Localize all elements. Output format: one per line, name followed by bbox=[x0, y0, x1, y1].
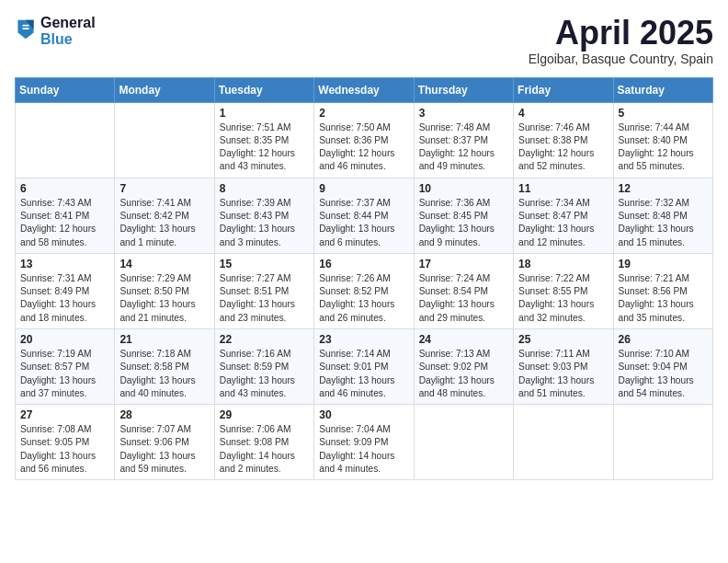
day-info: Sunrise: 7:41 AMSunset: 8:42 PMDaylight:… bbox=[119, 197, 209, 249]
day-info: Sunrise: 7:07 AMSunset: 9:06 PMDaylight:… bbox=[119, 423, 209, 476]
day-number: 8 bbox=[220, 182, 309, 195]
day-cell: 13Sunrise: 7:31 AMSunset: 8:49 PMDayligh… bbox=[16, 253, 115, 328]
day-info: Sunrise: 7:27 AMSunset: 8:51 PMDaylight:… bbox=[220, 272, 309, 325]
weekday-header-friday: Friday bbox=[514, 77, 613, 102]
weekday-header-wednesday: Wednesday bbox=[314, 77, 414, 102]
day-number: 17 bbox=[419, 258, 508, 270]
day-number: 19 bbox=[619, 258, 708, 270]
day-number: 18 bbox=[518, 258, 608, 270]
day-info: Sunrise: 7:18 AMSunset: 8:58 PMDaylight:… bbox=[119, 348, 209, 400]
day-number: 16 bbox=[319, 258, 408, 270]
day-number: 15 bbox=[220, 258, 309, 270]
day-cell bbox=[115, 102, 214, 178]
weekday-header-tuesday: Tuesday bbox=[214, 77, 313, 102]
week-row-3: 13Sunrise: 7:31 AMSunset: 8:49 PMDayligh… bbox=[16, 253, 713, 328]
day-cell: 19Sunrise: 7:21 AMSunset: 8:56 PMDayligh… bbox=[613, 253, 712, 328]
day-number: 7 bbox=[119, 182, 209, 195]
day-number: 10 bbox=[419, 182, 508, 195]
day-cell: 30Sunrise: 7:04 AMSunset: 9:09 PMDayligh… bbox=[314, 405, 414, 480]
day-cell: 21Sunrise: 7:18 AMSunset: 8:58 PMDayligh… bbox=[115, 328, 214, 404]
day-info: Sunrise: 7:46 AMSunset: 8:38 PMDaylight:… bbox=[518, 121, 608, 174]
day-info: Sunrise: 7:31 AMSunset: 8:49 PMDaylight:… bbox=[20, 272, 109, 325]
day-number: 2 bbox=[319, 107, 408, 120]
week-row-1: 1Sunrise: 7:51 AMSunset: 8:35 PMDaylight… bbox=[16, 102, 713, 178]
day-cell: 24Sunrise: 7:13 AMSunset: 9:02 PMDayligh… bbox=[414, 328, 513, 404]
day-number: 25 bbox=[518, 333, 608, 346]
day-info: Sunrise: 7:08 AMSunset: 9:05 PMDaylight:… bbox=[20, 423, 109, 476]
day-number: 24 bbox=[419, 333, 508, 346]
day-cell: 16Sunrise: 7:26 AMSunset: 8:52 PMDayligh… bbox=[314, 253, 414, 328]
weekday-header-sunday: Sunday bbox=[16, 77, 115, 102]
day-cell bbox=[514, 405, 613, 480]
day-info: Sunrise: 7:29 AMSunset: 8:50 PMDaylight:… bbox=[119, 272, 209, 325]
day-cell: 12Sunrise: 7:32 AMSunset: 8:48 PMDayligh… bbox=[613, 178, 712, 253]
day-number: 5 bbox=[619, 107, 708, 120]
day-info: Sunrise: 7:48 AMSunset: 8:37 PMDaylight:… bbox=[419, 121, 508, 174]
day-info: Sunrise: 7:04 AMSunset: 9:09 PMDaylight:… bbox=[319, 423, 408, 476]
day-info: Sunrise: 7:43 AMSunset: 8:41 PMDaylight:… bbox=[20, 197, 109, 249]
day-info: Sunrise: 7:36 AMSunset: 8:45 PMDaylight:… bbox=[419, 197, 508, 249]
day-cell bbox=[613, 405, 712, 480]
day-number: 13 bbox=[20, 258, 109, 270]
week-row-2: 6Sunrise: 7:43 AMSunset: 8:41 PMDaylight… bbox=[16, 178, 713, 253]
day-cell bbox=[16, 102, 115, 178]
day-number: 27 bbox=[20, 408, 109, 421]
day-cell: 18Sunrise: 7:22 AMSunset: 8:55 PMDayligh… bbox=[514, 253, 613, 328]
day-cell: 7Sunrise: 7:41 AMSunset: 8:42 PMDaylight… bbox=[115, 178, 214, 253]
month-title: April 2025 bbox=[529, 15, 713, 52]
day-info: Sunrise: 7:13 AMSunset: 9:02 PMDaylight:… bbox=[419, 348, 508, 400]
svg-rect-2 bbox=[23, 25, 29, 27]
day-cell: 29Sunrise: 7:06 AMSunset: 9:08 PMDayligh… bbox=[214, 405, 313, 480]
day-number: 30 bbox=[319, 408, 408, 421]
weekday-header-monday: Monday bbox=[115, 77, 214, 102]
weekday-header-thursday: Thursday bbox=[414, 77, 513, 102]
day-number: 6 bbox=[20, 182, 109, 195]
day-cell: 25Sunrise: 7:11 AMSunset: 9:03 PMDayligh… bbox=[514, 328, 613, 404]
day-info: Sunrise: 7:50 AMSunset: 8:36 PMDaylight:… bbox=[319, 121, 408, 174]
day-cell: 9Sunrise: 7:37 AMSunset: 8:44 PMDaylight… bbox=[314, 178, 414, 253]
day-cell bbox=[414, 405, 513, 480]
day-cell: 15Sunrise: 7:27 AMSunset: 8:51 PMDayligh… bbox=[214, 253, 313, 328]
day-number: 22 bbox=[220, 333, 309, 346]
day-info: Sunrise: 7:39 AMSunset: 8:43 PMDaylight:… bbox=[220, 197, 309, 249]
day-cell: 14Sunrise: 7:29 AMSunset: 8:50 PMDayligh… bbox=[115, 253, 214, 328]
day-cell: 8Sunrise: 7:39 AMSunset: 8:43 PMDaylight… bbox=[214, 178, 313, 253]
day-number: 11 bbox=[518, 182, 608, 195]
logo-blue: Blue bbox=[40, 31, 96, 48]
week-row-5: 27Sunrise: 7:08 AMSunset: 9:05 PMDayligh… bbox=[16, 405, 713, 480]
day-info: Sunrise: 7:21 AMSunset: 8:56 PMDaylight:… bbox=[619, 272, 708, 325]
day-cell: 26Sunrise: 7:10 AMSunset: 9:04 PMDayligh… bbox=[613, 328, 712, 404]
day-number: 29 bbox=[220, 408, 309, 421]
weekday-header-row: SundayMondayTuesdayWednesdayThursdayFrid… bbox=[16, 77, 713, 102]
day-info: Sunrise: 7:06 AMSunset: 9:08 PMDaylight:… bbox=[220, 423, 309, 476]
day-number: 21 bbox=[119, 333, 209, 346]
day-number: 12 bbox=[619, 182, 708, 195]
day-info: Sunrise: 7:37 AMSunset: 8:44 PMDaylight:… bbox=[319, 197, 408, 249]
day-info: Sunrise: 7:32 AMSunset: 8:48 PMDaylight:… bbox=[619, 197, 708, 249]
day-info: Sunrise: 7:22 AMSunset: 8:55 PMDaylight:… bbox=[518, 272, 608, 325]
svg-rect-3 bbox=[23, 28, 29, 29]
day-cell: 2Sunrise: 7:50 AMSunset: 8:36 PMDaylight… bbox=[314, 102, 414, 178]
day-number: 1 bbox=[220, 107, 309, 120]
location-subtitle: Elgoibar, Basque Country, Spain bbox=[529, 52, 713, 66]
day-cell: 17Sunrise: 7:24 AMSunset: 8:54 PMDayligh… bbox=[414, 253, 513, 328]
day-number: 23 bbox=[319, 333, 408, 346]
day-cell: 28Sunrise: 7:07 AMSunset: 9:06 PMDayligh… bbox=[115, 405, 214, 480]
day-number: 26 bbox=[619, 333, 708, 346]
day-number: 4 bbox=[518, 107, 608, 120]
day-cell: 22Sunrise: 7:16 AMSunset: 8:59 PMDayligh… bbox=[214, 328, 313, 404]
day-cell: 27Sunrise: 7:08 AMSunset: 9:05 PMDayligh… bbox=[16, 405, 115, 480]
day-cell: 20Sunrise: 7:19 AMSunset: 8:57 PMDayligh… bbox=[16, 328, 115, 404]
title-area: April 2025 Elgoibar, Basque Country, Spa… bbox=[529, 15, 713, 66]
day-number: 20 bbox=[20, 333, 109, 346]
day-info: Sunrise: 7:16 AMSunset: 8:59 PMDaylight:… bbox=[220, 348, 309, 400]
day-cell: 23Sunrise: 7:14 AMSunset: 9:01 PMDayligh… bbox=[314, 328, 414, 404]
day-number: 9 bbox=[319, 182, 408, 195]
day-info: Sunrise: 7:26 AMSunset: 8:52 PMDaylight:… bbox=[319, 272, 408, 325]
day-cell: 4Sunrise: 7:46 AMSunset: 8:38 PMDaylight… bbox=[514, 102, 613, 178]
day-cell: 1Sunrise: 7:51 AMSunset: 8:35 PMDaylight… bbox=[214, 102, 313, 178]
day-number: 28 bbox=[119, 408, 209, 421]
logo-icon bbox=[15, 17, 37, 42]
logo: General Blue bbox=[15, 15, 96, 48]
day-info: Sunrise: 7:34 AMSunset: 8:47 PMDaylight:… bbox=[518, 197, 608, 249]
